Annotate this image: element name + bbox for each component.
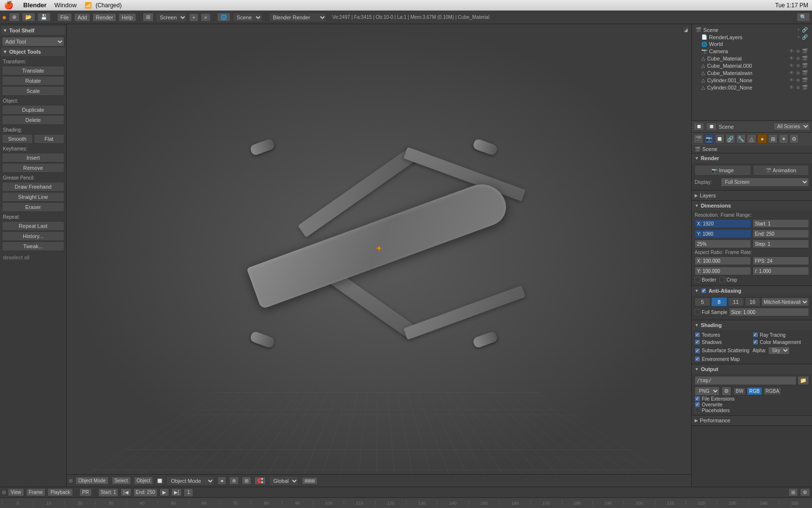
browse-output-btn[interactable]: 📁 <box>798 376 809 385</box>
select-menu-btn[interactable]: Select <box>112 477 131 485</box>
camera-sel-btn[interactable]: ⊕ <box>796 48 800 54</box>
next-keyframe-btn[interactable]: ▶| <box>171 488 182 496</box>
scene-add-btn[interactable]: + <box>797 27 800 33</box>
tl-frame-btn[interactable]: Frame <box>26 488 46 496</box>
add-tool-select[interactable]: Add Tool <box>2 37 64 46</box>
timeline-ruler[interactable]: 0102030405060708090100110120130140150160… <box>0 498 812 508</box>
object-props-btn[interactable]: 🔲 <box>715 134 725 144</box>
window-menu[interactable]: Window <box>54 1 76 9</box>
aa-header[interactable]: Anti-Aliasing <box>692 286 812 296</box>
history-btn[interactable]: History... <box>2 231 64 241</box>
anim-settings-btn[interactable]: ⚙ <box>800 488 810 496</box>
scene-link-btn[interactable]: 🔗 <box>801 27 808 33</box>
cylinder-001-item[interactable]: △ Cylinder.001_None 👁 ⊕ 🎬 <box>694 76 810 84</box>
world-item[interactable]: 🌐 World <box>694 41 810 47</box>
tweak-btn[interactable]: Tweak... <box>2 241 64 251</box>
search-btn[interactable]: 🔍 <box>797 13 810 22</box>
insert-keyframe-btn[interactable]: Insert <box>2 153 64 163</box>
icon-btn-1[interactable]: 🔲 <box>694 122 704 131</box>
modifier-btn[interactable]: 🔧 <box>736 134 746 144</box>
display-select[interactable]: Full Screen <box>721 178 809 187</box>
end-field[interactable]: End: 250 <box>753 229 809 238</box>
res-pct-field[interactable]: 25% <box>695 239 751 248</box>
draw-freehand-btn[interactable]: Draw Freehand <box>2 182 64 192</box>
texture-btn[interactable]: ⊞ <box>768 134 778 144</box>
aa-5-btn[interactable]: 5 <box>695 298 710 306</box>
cm-ren-btn[interactable]: 🎬 <box>801 55 808 61</box>
cube-materialxwin-item[interactable]: △ Cube_Materialxwin 👁 ⊕ 🎬 <box>694 69 810 76</box>
crop-checkbox[interactable] <box>719 277 725 283</box>
camera-item[interactable]: 📷 Camera 👁 ⊕ 🎬 <box>694 47 810 55</box>
image-render-btn[interactable]: 📷 Image <box>695 165 751 176</box>
shading-solid-btn[interactable]: ● <box>218 477 226 485</box>
scene-item[interactable]: 🎬 Scene + 🔗 <box>694 26 810 33</box>
rl-add-btn[interactable]: + <box>797 34 800 40</box>
object-mode-select[interactable]: Object Mode <box>166 476 215 486</box>
tool-shelf-header[interactable]: Tool Shelf <box>1 26 65 35</box>
object-tools-header[interactable]: Object Tools <box>1 47 65 56</box>
rl-link-btn[interactable]: 🔗 <box>801 34 808 40</box>
flat-btn[interactable]: Flat <box>34 134 65 144</box>
dimensions-header[interactable]: Dimensions <box>692 201 812 210</box>
add-menu[interactable]: Add <box>74 13 90 22</box>
format-settings-btn[interactable]: ⚙ <box>722 387 731 396</box>
rotate-btn[interactable]: Rotate <box>2 76 64 86</box>
snap-btn[interactable]: 🧲 <box>254 477 266 485</box>
scene-select[interactable]: Scene <box>232 13 262 22</box>
rgba-btn[interactable]: RGBA <box>763 387 782 395</box>
blender-menu[interactable]: Blender <box>23 1 46 9</box>
layer-btns[interactable]: ⊞⊞⊞ <box>302 477 318 485</box>
object-menu-btn[interactable]: Object <box>134 477 154 485</box>
fps-field[interactable]: FPS: 24 <box>753 256 809 265</box>
file-menu[interactable]: File <box>57 13 72 22</box>
overwrite-checkbox[interactable] <box>695 402 700 407</box>
start-frame-field[interactable]: Start: 1 <box>98 488 118 497</box>
pivot-select[interactable]: Global <box>269 476 299 486</box>
tl-view-btn[interactable]: View <box>8 488 24 496</box>
icon-btn-2[interactable]: 🔲 <box>706 122 717 131</box>
shadows-checkbox[interactable] <box>695 339 700 345</box>
animation-render-btn[interactable]: 🎬 Animation <box>753 165 810 176</box>
output-path-input[interactable] <box>695 376 797 385</box>
aspect-y-field[interactable]: Y: 100.000 <box>695 267 751 275</box>
aspect-x-field[interactable]: X: 100.000 <box>695 256 751 265</box>
scene-props-btn[interactable]: 🎬 <box>694 134 703 144</box>
res-y-field[interactable]: Y: 1080 <box>695 229 751 238</box>
start-field[interactable]: Start: 1 <box>753 219 809 228</box>
delete-btn[interactable]: Delete <box>2 115 64 125</box>
eraser-btn[interactable]: Eraser <box>2 202 64 212</box>
help-menu[interactable]: Help <box>118 13 136 22</box>
render-layers-item[interactable]: 📄 RenderLayers + 🔗 <box>694 33 810 41</box>
layers-header[interactable]: Layers <box>692 191 812 201</box>
aa-enabled-checkbox[interactable] <box>701 288 707 294</box>
sss-checkbox[interactable] <box>695 348 700 354</box>
smooth-btn[interactable]: Smooth <box>2 134 33 144</box>
ray-tracing-checkbox[interactable] <box>753 332 758 338</box>
camera-vis-btn[interactable]: 👁 <box>789 48 795 54</box>
material-btn[interactable]: ● <box>757 134 767 144</box>
render-props-btn[interactable]: 📷 <box>704 134 714 144</box>
step-field[interactable]: Step: 1 <box>753 239 809 248</box>
open-file-btn[interactable]: 📂 <box>22 13 35 22</box>
aa-11-btn[interactable]: 11 <box>728 298 744 306</box>
alpha-select[interactable]: Sky <box>768 346 790 355</box>
viewport-options-btn[interactable]: ⊕ <box>229 477 239 485</box>
render-header[interactable]: Render <box>692 153 812 163</box>
performance-header[interactable]: Performance <box>692 416 812 426</box>
cube-material-item[interactable]: △ Cube_Material 👁 ⊕ 🎬 <box>694 55 810 62</box>
camera-ren-btn[interactable]: 🎬 <box>801 48 808 54</box>
translate-btn[interactable]: Translate <box>2 66 64 75</box>
viewport[interactable]: ◢ ⊞ Object Mode Select Object 🔲 Object M… <box>67 24 691 487</box>
color-mgmt-checkbox[interactable] <box>753 339 758 345</box>
cm-vis-btn[interactable]: 👁 <box>789 55 795 61</box>
tl-playback-btn[interactable]: Playback <box>47 488 73 496</box>
env-map-checkbox[interactable] <box>695 356 700 362</box>
cm-sel-btn[interactable]: ⊕ <box>796 55 800 61</box>
viewport-corner-btn[interactable]: ◢ <box>682 26 689 33</box>
repeat-last-btn[interactable]: Repeat Last <box>2 221 64 231</box>
border-checkbox[interactable] <box>695 277 700 283</box>
renderer-select[interactable]: Blender Render <box>269 13 327 22</box>
size-field[interactable]: Size: 1.000 <box>729 308 809 316</box>
add-screen-btn[interactable]: + <box>189 13 199 22</box>
output-header[interactable]: Output <box>692 364 812 374</box>
